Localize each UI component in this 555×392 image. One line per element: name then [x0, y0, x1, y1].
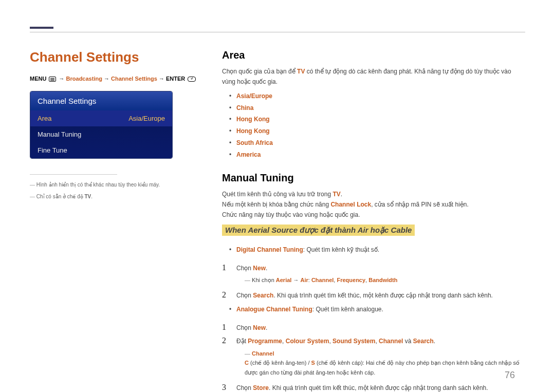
sub-heading: When Aerial Source được đặt thành Air ho… — [222, 225, 415, 236]
notes-divider — [30, 174, 117, 175]
list-item: America — [222, 149, 525, 161]
breadcrumb-item: Channel Settings — [111, 76, 157, 82]
arrow: → — [159, 76, 166, 82]
osd-row-label: Manual Tuning — [38, 130, 81, 138]
footnote: Hình ảnh hiển thị có thể khác nhau tùy t… — [30, 181, 205, 189]
analogue-step-3: 3 Chọn Store. Khi quá trình quét tìm kết… — [222, 383, 525, 392]
header-divider — [30, 32, 525, 32]
arrow: → — [59, 76, 66, 82]
header-accent — [30, 27, 53, 29]
footnote: Chỉ có sẵn ở chế độ TV. — [30, 193, 205, 200]
area-options-list: Asia/Europe China Hong Kong Hong Kong So… — [222, 90, 525, 161]
enter-label: ENTER — [166, 76, 185, 82]
breadcrumb: MENU → Broadcasting → Channel Settings →… — [30, 76, 205, 82]
list-item: Analogue Channel Tuning: Quét tìm kênh a… — [222, 304, 525, 315]
section-heading-area: Area — [222, 49, 525, 61]
sub-note: Khi chọn Aerial → Air: Channel, Frequenc… — [236, 275, 525, 285]
step-number: 1 — [222, 263, 229, 272]
area-intro: Chọn quốc gia của bạn để TV có thể tự độ… — [222, 66, 525, 87]
osd-row-fine-tune[interactable]: Fine Tune — [30, 142, 172, 158]
text: Chọn quốc gia của bạn để — [222, 68, 297, 75]
step-number: 3 — [222, 383, 229, 392]
step-number: 2 — [222, 290, 229, 300]
menu-label: MENU — [30, 76, 46, 82]
list-item: Asia/Europe — [222, 90, 525, 102]
analogue-step-1: 1 Chọn New. — [222, 323, 525, 333]
arrow: → — [104, 76, 111, 82]
tv-highlight: TV — [297, 68, 305, 75]
analogue-step-2: 2 Đặt Programme, Colour System, Sound Sy… — [222, 336, 525, 379]
list-item: China — [222, 102, 525, 114]
osd-preview: Channel Settings Area Asia/Europe Manual… — [30, 91, 173, 159]
list-item: South Africa — [222, 137, 525, 149]
sub-note-channel: Channel C (chế độ kênh ăng-ten) / S (chế… — [236, 349, 525, 378]
osd-row-label: Fine Tune — [38, 146, 67, 154]
section-heading-manual: Manual Tuning — [222, 172, 525, 184]
list-item: Hong Kong — [222, 114, 525, 125]
osd-row-manual-tuning[interactable]: Manual Tuning — [30, 126, 172, 142]
list-item: Digital Channel Tuning: Quét tìm kênh kỹ… — [222, 244, 525, 256]
paragraph: Nếu một kênh bị khóa bằng chức năng Chan… — [222, 199, 525, 210]
menu-icon — [49, 77, 56, 82]
step-number: 1 — [222, 323, 229, 332]
paragraph: Quét tìm kênh thủ công và lưu trữ trong … — [222, 189, 525, 199]
step-2: 2 Chọn Search. Khi quá trình quét tìm kế… — [222, 290, 525, 301]
tv-highlight: TV — [84, 194, 91, 199]
osd-title: Channel Settings — [30, 91, 172, 110]
osd-row-label: Area — [38, 115, 51, 122]
paragraph: Chức năng này tùy thuộc vào vùng hoặc qu… — [222, 210, 525, 220]
enter-icon — [188, 77, 196, 82]
step-1: 1 Chọn New. Khi chọn Aerial → Air: Chann… — [222, 263, 525, 287]
list-item: Hong Kong — [222, 125, 525, 137]
breadcrumb-item: Broadcasting — [66, 76, 102, 82]
page-title: Channel Settings — [30, 49, 205, 65]
osd-row-value: Asia/Europe — [128, 115, 165, 122]
page-number: 76 — [505, 370, 515, 381]
osd-row-area[interactable]: Area Asia/Europe — [30, 110, 172, 126]
step-number: 2 — [222, 336, 229, 345]
